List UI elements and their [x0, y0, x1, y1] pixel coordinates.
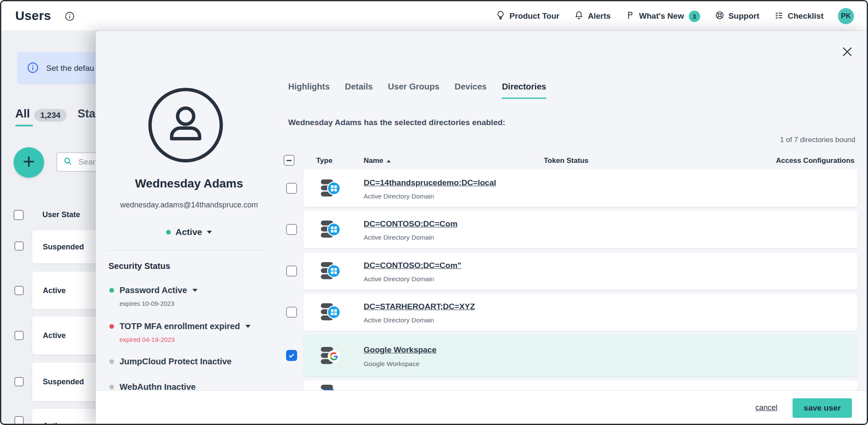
nav-support[interactable]: Support — [715, 10, 760, 22]
directory-row: DC=CONTOSO;DC=Com Active Directory Domai… — [303, 211, 857, 248]
directory-row-selected: Google Workspace Google Workspace — [303, 335, 857, 377]
nav-whats-new-label: What's New — [639, 11, 684, 21]
modal-tabs: Highlights Details User Groups Devices D… — [288, 82, 546, 99]
user-list-row[interactable]: Active — [32, 409, 104, 425]
column-header-token-status[interactable]: Token Status — [544, 157, 588, 165]
top-bar: Users Product Tour Alerts What's New 3 S… — [1, 1, 867, 31]
page-title: Users — [15, 8, 51, 23]
tab-details[interactable]: Details — [345, 82, 373, 99]
app-window: Users Product Tour Alerts What's New 3 S… — [0, 0, 868, 425]
tab-user-groups[interactable]: User Groups — [388, 82, 439, 99]
filter-tab-all-underline — [15, 125, 33, 126]
user-detail-modal: Wednesday Adams wednesday.adams@14thands… — [96, 31, 868, 425]
user-list-row[interactable]: Active — [32, 272, 104, 309]
user-row-checkbox[interactable] — [14, 241, 24, 251]
active-directory-icon — [320, 220, 341, 239]
security-item-label: JumpCloud Protect Inactive — [120, 357, 232, 366]
indeterminate-dash-icon — [287, 160, 292, 161]
user-avatar[interactable]: PK — [838, 8, 854, 24]
user-row-checkbox[interactable] — [14, 416, 24, 425]
directory-type-label: Active Directory Domain — [364, 275, 434, 283]
active-directory-icon — [320, 179, 341, 198]
column-header-name-label: Name — [364, 157, 383, 165]
checklist-icon — [774, 10, 784, 22]
top-nav: Product Tour Alerts What's New 3 Support… — [495, 1, 854, 31]
directory-name-link[interactable]: Google Workspace — [364, 345, 437, 355]
directory-type-label: Active Directory Domain — [364, 193, 434, 200]
directory-row-checkbox[interactable] — [286, 183, 297, 194]
nav-support-label: Support — [729, 11, 760, 21]
active-directory-icon — [320, 261, 341, 281]
add-user-button[interactable] — [14, 147, 44, 178]
balloon-icon — [495, 10, 506, 22]
security-item-totp[interactable]: TOTP MFA enrollment expired — [109, 322, 250, 331]
close-icon[interactable] — [841, 45, 854, 58]
nav-product-tour-label: Product Tour — [509, 11, 559, 21]
profile-email: wednesday.adams@14thandspruce.com — [96, 201, 282, 210]
directory-name-link[interactable]: DC=STARHEROART;DC=XYZ — [364, 302, 475, 311]
security-item-detail: expires 10-09-2023 — [120, 300, 174, 307]
cancel-button[interactable]: cancel — [755, 403, 777, 412]
directory-row-checkbox-checked[interactable] — [286, 350, 297, 361]
directory-row-checkbox[interactable] — [286, 224, 297, 235]
user-row-checkbox[interactable] — [14, 286, 24, 295]
column-header-access-configurations[interactable]: Access Configurations — [776, 157, 854, 165]
security-item-detail: expired 04-19-2023 — [120, 336, 175, 343]
bell-icon — [574, 10, 584, 22]
user-status-dropdown[interactable]: Active — [96, 227, 282, 237]
check-icon — [288, 352, 295, 359]
status-dot — [109, 324, 114, 329]
nav-checklist[interactable]: Checklist — [774, 10, 823, 22]
user-list-row[interactable]: Suspended — [32, 230, 104, 263]
status-label: Active — [175, 227, 202, 237]
user-state-value: Suspended — [43, 377, 84, 386]
column-header-type[interactable]: Type — [316, 157, 332, 165]
nav-alerts[interactable]: Alerts — [574, 10, 611, 22]
lifebuoy-icon — [715, 10, 725, 22]
user-state-value: Suspended — [43, 243, 84, 252]
column-header-name[interactable]: Name — [364, 157, 391, 165]
directory-name-link[interactable]: DC=CONTOSO;DC=Com — [364, 219, 457, 229]
save-user-button[interactable]: save user — [793, 398, 852, 418]
user-row-checkbox[interactable] — [14, 331, 24, 340]
nav-whats-new[interactable]: What's New 3 — [625, 10, 700, 22]
filter-tab-all-count: 1,234 — [34, 109, 67, 122]
security-item-password[interactable]: Password Active — [109, 285, 198, 295]
status-dot — [109, 288, 114, 293]
profile-name: Wednesday Adams — [96, 177, 282, 190]
user-row-checkbox[interactable] — [14, 377, 24, 386]
user-list-row[interactable]: Suspended — [32, 363, 104, 401]
user-state-value: Active — [43, 286, 66, 295]
tab-devices[interactable]: Devices — [455, 82, 487, 99]
select-all-users-checkbox[interactable] — [14, 210, 24, 220]
user-state-column-header: User State — [42, 210, 80, 219]
sort-asc-icon — [387, 160, 391, 162]
filter-tab-all[interactable]: All — [15, 107, 30, 120]
status-dot — [109, 385, 114, 389]
nav-alerts-label: Alerts — [588, 11, 611, 21]
plus-icon — [22, 154, 36, 171]
filter-tab-staged[interactable]: Sta — [78, 107, 95, 120]
whats-new-badge: 3 — [689, 11, 700, 22]
directory-row-checkbox[interactable] — [286, 307, 297, 318]
tab-directories[interactable]: Directories — [502, 82, 546, 99]
directories-description: Wednesday Adams has the selected directo… — [288, 118, 505, 127]
security-item-protect: JumpCloud Protect Inactive — [109, 357, 232, 366]
info-icon[interactable] — [65, 11, 75, 21]
directory-row-checkbox[interactable] — [286, 266, 297, 277]
nav-product-tour[interactable]: Product Tour — [495, 10, 559, 22]
directory-name-link[interactable]: DC=CONTOSO;DC=Com" — [364, 261, 461, 270]
modal-footer: cancel save user — [96, 390, 868, 425]
bound-summary: 1 of 7 directories bound — [780, 136, 855, 144]
select-all-directories-checkbox[interactable] — [284, 155, 295, 166]
tab-highlights[interactable]: Highlights — [288, 82, 330, 99]
user-list-row[interactable]: Active — [32, 316, 104, 355]
divider — [108, 250, 265, 251]
chevron-down-icon — [207, 231, 212, 234]
security-item-label: TOTP MFA enrollment expired — [120, 322, 240, 331]
status-dot — [166, 230, 171, 235]
directory-name-link[interactable]: DC=14thandsprucedemo;DC=local — [364, 178, 496, 187]
flag-icon — [625, 10, 635, 22]
profile-avatar-icon — [147, 87, 224, 163]
chevron-down-icon — [245, 325, 250, 328]
